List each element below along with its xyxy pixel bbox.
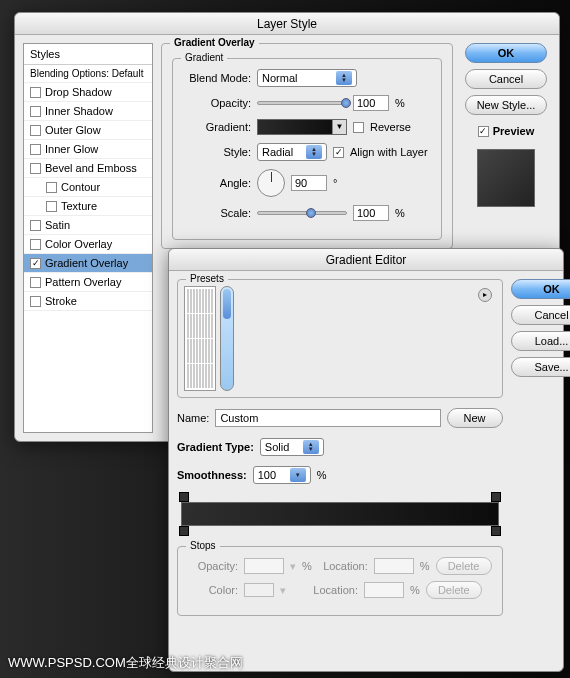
style-checkbox[interactable] [30,106,41,117]
preset-swatch[interactable] [190,289,192,313]
preset-swatch[interactable] [190,339,192,363]
opacity-input[interactable] [353,95,389,111]
style-row-contour[interactable]: Contour [24,178,152,197]
preset-swatch[interactable] [193,364,195,388]
preset-swatch[interactable] [199,314,201,338]
scale-input[interactable] [353,205,389,221]
preset-swatch[interactable] [196,364,198,388]
style-row-stroke[interactable]: Stroke [24,292,152,311]
style-row-bevel-and-emboss[interactable]: Bevel and Emboss [24,159,152,178]
presets-section: Presets ▸ [177,279,503,398]
presets-scrollbar[interactable] [220,286,234,391]
preset-swatch[interactable] [211,289,213,313]
ok-button[interactable]: OK [465,43,547,63]
smoothness-input[interactable]: 100 ▼ [253,466,311,484]
preset-swatch[interactable] [190,314,192,338]
style-checkbox[interactable] [30,277,41,288]
stop-location-input [374,558,414,574]
new-style-button[interactable]: New Style... [465,95,547,115]
preset-swatch[interactable] [211,339,213,363]
blend-mode-select[interactable]: Normal ▲▼ [257,69,357,87]
style-checkbox[interactable] [30,220,41,231]
style-select[interactable]: Radial ▲▼ [257,143,327,161]
preset-swatch[interactable] [211,314,213,338]
preset-swatch[interactable] [208,314,210,338]
preset-swatch[interactable] [208,289,210,313]
preset-swatch[interactable] [199,339,201,363]
style-row-texture[interactable]: Texture [24,197,152,216]
preset-swatch[interactable] [205,339,207,363]
style-row-inner-glow[interactable]: Inner Glow [24,140,152,159]
preset-swatch[interactable] [193,289,195,313]
gradient-swatch[interactable]: ▼ [257,119,347,135]
opacity-stop-right[interactable] [491,492,501,502]
stop-location2-label: Location: [308,584,358,596]
preset-swatch[interactable] [193,314,195,338]
style-row-gradient-overlay[interactable]: Gradient Overlay [24,254,152,273]
preset-swatch[interactable] [196,314,198,338]
preset-swatch[interactable] [202,364,204,388]
ge-save-button[interactable]: Save... [511,357,570,377]
preview-checkbox[interactable] [478,126,489,137]
preset-swatch[interactable] [199,364,201,388]
preset-swatch[interactable] [211,364,213,388]
preset-swatch[interactable] [208,364,210,388]
style-checkbox[interactable] [30,296,41,307]
preset-swatch[interactable] [187,289,189,313]
cancel-button[interactable]: Cancel [465,69,547,89]
preset-swatch[interactable] [205,314,207,338]
color-stop-left[interactable] [179,526,189,536]
style-row-color-overlay[interactable]: Color Overlay [24,235,152,254]
preset-swatch[interactable] [196,289,198,313]
stop-opacity-input [244,558,284,574]
style-row-drop-shadow[interactable]: Drop Shadow [24,83,152,102]
preset-swatch[interactable] [208,339,210,363]
ge-cancel-button[interactable]: Cancel [511,305,570,325]
align-checkbox[interactable] [333,147,344,158]
angle-dial[interactable] [257,169,285,197]
preset-swatch[interactable] [187,339,189,363]
scale-label: Scale: [183,207,251,219]
preset-swatch[interactable] [202,339,204,363]
preview-swatch [477,149,535,207]
blending-options-row[interactable]: Blending Options: Default [24,65,152,83]
reverse-checkbox[interactable] [353,122,364,133]
style-checkbox[interactable] [30,239,41,250]
preset-swatch[interactable] [193,339,195,363]
preset-swatch[interactable] [205,364,207,388]
preset-swatch[interactable] [202,289,204,313]
angle-input[interactable] [291,175,327,191]
preset-swatch[interactable] [187,314,189,338]
ge-ok-button[interactable]: OK [511,279,570,299]
style-checkbox[interactable] [46,201,57,212]
gradient-bar[interactable] [177,492,503,536]
style-checkbox[interactable] [30,125,41,136]
opacity-slider[interactable] [257,101,347,105]
style-checkbox[interactable] [30,87,41,98]
style-row-satin[interactable]: Satin [24,216,152,235]
preset-swatch[interactable] [190,364,192,388]
preset-swatch[interactable] [196,339,198,363]
preset-swatch[interactable] [199,289,201,313]
angle-label: Angle: [183,177,251,189]
style-checkbox[interactable] [30,163,41,174]
preset-swatch[interactable] [187,364,189,388]
preset-swatch[interactable] [205,289,207,313]
style-checkbox[interactable] [30,258,41,269]
style-row-outer-glow[interactable]: Outer Glow [24,121,152,140]
style-checkbox[interactable] [30,144,41,155]
style-row-inner-shadow[interactable]: Inner Shadow [24,102,152,121]
ge-load-button[interactable]: Load... [511,331,570,351]
type-select[interactable]: Solid ▲▼ [260,438,324,456]
color-stop-right[interactable] [491,526,501,536]
opacity-stop-left[interactable] [179,492,189,502]
new-button[interactable]: New [447,408,503,428]
layer-style-titlebar: Layer Style [15,13,559,35]
scale-slider[interactable] [257,211,347,215]
name-input[interactable] [215,409,440,427]
flyout-menu-icon[interactable]: ▸ [478,288,492,302]
style-checkbox[interactable] [46,182,57,193]
styles-header[interactable]: Styles [24,44,152,65]
style-row-pattern-overlay[interactable]: Pattern Overlay [24,273,152,292]
preset-swatch[interactable] [202,314,204,338]
